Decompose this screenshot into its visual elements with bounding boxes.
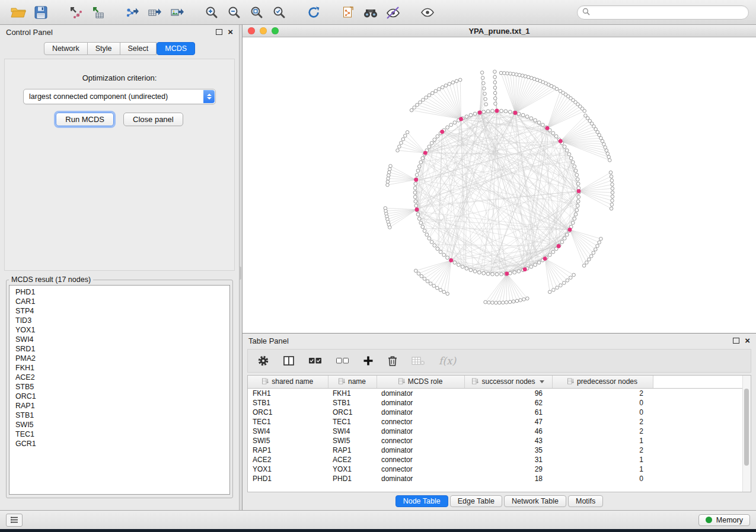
table-panel-title: Table Panel bbox=[248, 336, 289, 345]
network-window-titlebar: YPA_prune.txt_1 bbox=[243, 25, 756, 37]
column-header-MCDS-role[interactable]: MCDS role bbox=[377, 376, 464, 389]
cytoscape-window: Control Panel × NetworkStyleSelectMCDS O… bbox=[0, 0, 756, 532]
refresh-icon[interactable] bbox=[302, 4, 325, 21]
network-canvas[interactable] bbox=[243, 37, 756, 333]
mcds-result-item[interactable]: FKH1 bbox=[9, 363, 229, 373]
splitter-handle-icon[interactable] bbox=[239, 267, 241, 280]
memory-button[interactable]: Memory bbox=[698, 514, 750, 526]
table-scrollbar[interactable] bbox=[742, 376, 751, 492]
mcds-result-item[interactable]: SWI4 bbox=[9, 335, 229, 344]
mcds-result-list[interactable]: PHD1CAR1STP4TID3YOX1SWI4SRD1PMA2FKH1ACE2… bbox=[9, 285, 230, 495]
save-session-button[interactable] bbox=[30, 4, 52, 21]
mcds-result-item[interactable]: ACE2 bbox=[9, 373, 229, 382]
table-row[interactable]: ACE2ACE2connector311 bbox=[248, 455, 745, 464]
tab-network-table[interactable]: Network Table bbox=[504, 495, 566, 507]
tab-mcds[interactable]: MCDS bbox=[157, 42, 195, 55]
select-stepper-icon bbox=[203, 90, 215, 103]
mcds-result-box: MCDS result (17 nodes) PHD1CAR1STP4TID3Y… bbox=[6, 275, 233, 498]
column-header-successor-nodes[interactable]: successor nodes bbox=[464, 376, 552, 389]
export-network-icon[interactable] bbox=[121, 4, 143, 21]
control-panel-tabs: NetworkStyleSelectMCDS bbox=[0, 42, 239, 55]
search-input[interactable] bbox=[593, 8, 744, 17]
run-mcds-button[interactable]: Run MCDS bbox=[56, 113, 114, 126]
zoom-in-icon[interactable] bbox=[200, 4, 223, 21]
mcds-result-item[interactable]: STB1 bbox=[9, 411, 229, 420]
tab-select[interactable]: Select bbox=[120, 42, 157, 55]
control-panel: Control Panel × NetworkStyleSelectMCDS O… bbox=[0, 25, 239, 510]
mcds-result-item[interactable]: CAR1 bbox=[9, 297, 229, 306]
mcds-result-item[interactable]: PHD1 bbox=[9, 287, 229, 297]
table-mode-gear-icon[interactable] bbox=[257, 355, 269, 367]
delete-columns-trash-icon[interactable] bbox=[387, 355, 398, 367]
criterion-select[interactable]: largest connected component (undirected) bbox=[23, 89, 216, 104]
eye-icon[interactable] bbox=[416, 4, 439, 21]
optimization-criterion-label: Optimization criterion: bbox=[5, 73, 234, 82]
mcds-result-item[interactable]: STB5 bbox=[9, 382, 229, 392]
right-column: YPA_prune.txt_1 Table Panel × bbox=[243, 25, 756, 510]
table-row[interactable]: SWI5SWI5connector431 bbox=[248, 436, 745, 446]
table-row[interactable]: PHD1PHD1dominator180 bbox=[248, 474, 745, 483]
select-all-icon[interactable] bbox=[308, 356, 322, 366]
create-column-icon[interactable] bbox=[363, 355, 374, 366]
close-table-panel-icon[interactable]: × bbox=[745, 338, 750, 344]
style-eye-icon[interactable] bbox=[382, 4, 404, 21]
table-row[interactable]: FKH1FKH1dominator962 bbox=[248, 389, 745, 399]
import-network-icon[interactable] bbox=[64, 4, 87, 21]
mcds-result-item[interactable]: SRD1 bbox=[9, 344, 229, 354]
mcds-result-item[interactable]: PMA2 bbox=[9, 354, 229, 363]
tab-node-table[interactable]: Node Table bbox=[395, 495, 448, 507]
float-table-panel-icon[interactable] bbox=[733, 338, 739, 344]
show-columns-icon[interactable] bbox=[283, 355, 295, 366]
mcds-result-item[interactable]: SWI5 bbox=[9, 420, 229, 430]
find-neighbors-icon[interactable] bbox=[359, 4, 382, 21]
table-panel: Table Panel × f(x) bbox=[243, 334, 756, 510]
mcds-result-item[interactable]: YOX1 bbox=[9, 325, 229, 335]
table-row[interactable]: RAP1RAP1dominator352 bbox=[248, 446, 745, 455]
table-row[interactable]: SWI4SWI4dominator462 bbox=[248, 427, 745, 436]
table-tabs: Node TableEdge TableNetwork TableMotifs bbox=[243, 492, 756, 510]
import-table-icon[interactable] bbox=[87, 4, 109, 21]
mcds-result-item[interactable]: ORC1 bbox=[9, 392, 229, 401]
mcds-result-item[interactable]: TEC1 bbox=[9, 430, 229, 439]
mcds-result-item[interactable]: STP4 bbox=[9, 306, 229, 316]
status-menu-button[interactable] bbox=[6, 514, 23, 527]
tab-network[interactable]: Network bbox=[44, 42, 88, 55]
column-header-shared-name[interactable]: shared name bbox=[248, 376, 328, 389]
window-zoom-button[interactable] bbox=[272, 27, 279, 34]
network-graph[interactable] bbox=[243, 37, 756, 332]
clone-network-icon[interactable] bbox=[337, 4, 359, 21]
tab-edge-table[interactable]: Edge Table bbox=[450, 495, 502, 507]
float-panel-icon[interactable] bbox=[216, 29, 222, 35]
column-header-predecessor-nodes[interactable]: predecessor nodes bbox=[552, 376, 653, 389]
window-close-button[interactable] bbox=[248, 27, 255, 34]
close-panel-button[interactable]: Close panel bbox=[123, 113, 183, 126]
table-row[interactable]: YOX1YOX1connector291 bbox=[248, 464, 745, 474]
mcds-result-item[interactable]: GCR1 bbox=[9, 439, 229, 448]
main-toolbar bbox=[0, 0, 756, 25]
export-table-icon[interactable] bbox=[143, 4, 166, 21]
close-panel-icon[interactable]: × bbox=[228, 29, 233, 35]
node-table: shared namenameMCDS rolesuccessor nodesp… bbox=[247, 375, 751, 492]
zoom-selected-icon[interactable] bbox=[268, 4, 291, 21]
mcds-result-item[interactable]: TID3 bbox=[9, 316, 229, 325]
table-panel-header: Table Panel × bbox=[243, 334, 756, 348]
zoom-fit-icon[interactable] bbox=[245, 4, 268, 21]
table-row[interactable]: STB1STB1dominator620 bbox=[248, 398, 745, 408]
deselect-all-icon[interactable] bbox=[336, 356, 349, 366]
search-box[interactable] bbox=[577, 5, 749, 20]
sort-icon bbox=[567, 378, 574, 386]
network-window: YPA_prune.txt_1 bbox=[243, 25, 756, 334]
column-header-name[interactable]: name bbox=[328, 376, 377, 389]
mcds-result-item[interactable]: RAP1 bbox=[9, 401, 229, 411]
zoom-out-icon[interactable] bbox=[223, 4, 245, 21]
export-image-icon[interactable] bbox=[166, 4, 189, 21]
open-session-button[interactable] bbox=[7, 4, 30, 21]
table-row[interactable]: ORC1ORC1dominator610 bbox=[248, 408, 745, 417]
table-row[interactable]: TEC1TEC1connector472 bbox=[248, 417, 745, 427]
clear-table-icon-disabled bbox=[412, 356, 425, 366]
column-filter-arrow-icon[interactable] bbox=[540, 380, 544, 383]
tab-style[interactable]: Style bbox=[88, 42, 120, 55]
tab-motifs[interactable]: Motifs bbox=[568, 495, 603, 507]
window-minimize-button[interactable] bbox=[260, 27, 267, 34]
scrollbar-thumb[interactable] bbox=[744, 389, 749, 466]
